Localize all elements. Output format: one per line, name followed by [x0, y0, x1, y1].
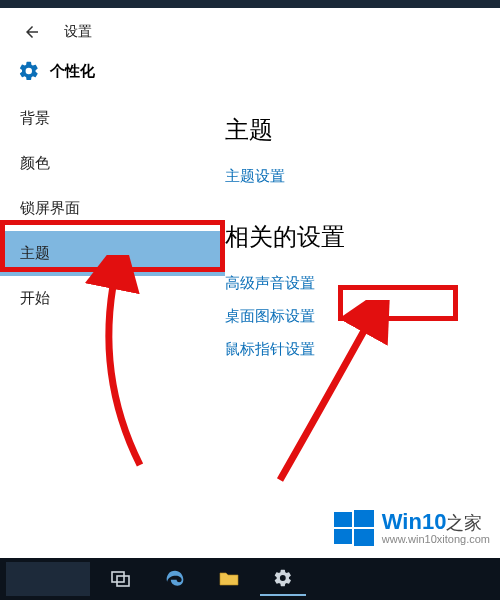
- link-advanced-sound[interactable]: 高级声音设置: [225, 267, 500, 300]
- svg-rect-4: [334, 529, 352, 544]
- main-panel: 主题 主题设置 相关的设置 高级声音设置 桌面图标设置 鼠标指针设置: [225, 96, 500, 366]
- link-theme-settings[interactable]: 主题设置: [225, 160, 500, 193]
- sidebar-item-start[interactable]: 开始: [0, 276, 225, 321]
- folder-icon: [218, 570, 240, 588]
- taskbar-search[interactable]: [6, 562, 90, 596]
- taskview-icon: [111, 571, 131, 587]
- taskbar-explorer-button[interactable]: [206, 562, 252, 596]
- header: 设置: [0, 8, 500, 54]
- watermark-url: www.win10xitong.com: [382, 533, 490, 545]
- sidebar-item-themes[interactable]: 主题: [0, 231, 225, 276]
- watermark: Win10之家 www.win10xitong.com: [332, 506, 490, 550]
- svg-rect-2: [334, 512, 352, 527]
- windows-logo-icon: [332, 506, 376, 550]
- gear-icon: [18, 60, 40, 82]
- taskbar: [0, 558, 500, 600]
- svg-rect-7: [117, 576, 129, 586]
- content: 背景 颜色 锁屏界面 主题 开始 主题 主题设置 相关的设置 高级声音设置 桌面…: [0, 96, 500, 366]
- section-title-related: 相关的设置: [225, 211, 500, 267]
- link-mouse-pointer[interactable]: 鼠标指针设置: [225, 333, 500, 366]
- svg-rect-3: [354, 510, 374, 527]
- taskbar-edge-button[interactable]: [152, 562, 198, 596]
- section-title-themes: 主题: [225, 104, 500, 160]
- svg-rect-6: [112, 572, 124, 582]
- taskbar-taskview-button[interactable]: [98, 562, 144, 596]
- link-desktop-icon[interactable]: 桌面图标设置: [225, 300, 500, 333]
- titlebar: [0, 0, 500, 8]
- edge-icon: [165, 569, 185, 589]
- watermark-title: Win10之家: [382, 511, 490, 533]
- sidebar: 背景 颜色 锁屏界面 主题 开始: [0, 96, 225, 366]
- gear-icon: [273, 568, 293, 588]
- watermark-brand: Win10: [382, 509, 447, 534]
- watermark-brand-suffix: 之家: [446, 513, 482, 533]
- svg-rect-5: [354, 529, 374, 546]
- page-title: 个性化: [50, 62, 95, 81]
- subheader: 个性化: [0, 54, 500, 96]
- sidebar-item-colors[interactable]: 颜色: [0, 141, 225, 186]
- window-title: 设置: [64, 23, 92, 41]
- back-button[interactable]: [18, 18, 46, 46]
- sidebar-item-background[interactable]: 背景: [0, 96, 225, 141]
- sidebar-item-lockscreen[interactable]: 锁屏界面: [0, 186, 225, 231]
- arrow-left-icon: [23, 23, 41, 41]
- taskbar-settings-button[interactable]: [260, 562, 306, 596]
